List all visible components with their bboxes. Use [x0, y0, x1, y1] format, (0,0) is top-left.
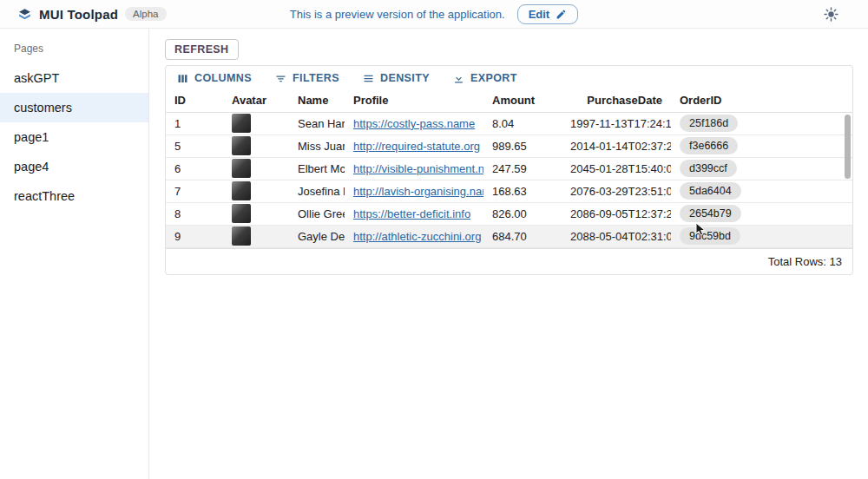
profile-link[interactable]: https://better-deficit.info: [353, 207, 470, 220]
density-button[interactable]: DENSITY: [358, 70, 433, 87]
cell-id: 9: [166, 230, 223, 243]
table-row[interactable]: 9 Gayle Den… http://athletic-zucchini.or…: [166, 226, 852, 248]
profile-link[interactable]: http://athletic-zucchini.org: [353, 230, 481, 243]
table-row[interactable]: 1 Sean Harris https://costly-pass.name 8…: [166, 113, 852, 135]
avatar: [232, 114, 251, 133]
cell-id: 1: [166, 117, 223, 130]
cell-name: Elbert McL…: [289, 162, 345, 175]
cell-id: 5: [166, 140, 223, 153]
app-bar-left: MUI Toolpad Alpha: [17, 7, 260, 22]
avatar: [232, 159, 251, 178]
orderid-chip[interactable]: 25f186d: [680, 115, 738, 132]
cell-avatar: [223, 114, 289, 133]
app-bar: MUI Toolpad Alpha This is a preview vers…: [0, 0, 868, 29]
edit-button[interactable]: Edit: [517, 4, 579, 24]
toolpad-logo-icon: [17, 7, 32, 22]
sidebar-item-page1[interactable]: page1: [0, 122, 148, 152]
avatar: [232, 204, 251, 223]
grid-rows: 1 Sean Harris https://costly-pass.name 8…: [166, 113, 852, 248]
sidebar-item-label: askGPT: [14, 71, 59, 85]
avatar: [232, 226, 251, 246]
orderid-chip[interactable]: 9dc59bd: [680, 227, 740, 245]
orderid-chip[interactable]: f3e6666: [680, 137, 738, 154]
cell-amount: 684.70: [483, 230, 562, 243]
export-button[interactable]: EXPORT: [449, 70, 521, 87]
cell-purchasedate: 2088-05-04T02:31:03.294Z: [562, 230, 671, 243]
theme-toggle-button[interactable]: [824, 7, 838, 22]
avatar: [232, 181, 251, 200]
total-rows-label: Total Rows: 13: [768, 255, 842, 268]
orderid-chip[interactable]: 2654b79: [680, 205, 741, 222]
alpha-badge: Alpha: [125, 7, 166, 21]
grid-footer: Total Rows: 13: [166, 248, 852, 274]
orderid-chip[interactable]: 5da6404: [680, 182, 741, 200]
column-header-orderid[interactable]: OrderID: [671, 94, 852, 107]
app-bar-center: This is a preview version of the applica…: [260, 4, 608, 24]
profile-link[interactable]: https://costly-pass.name: [353, 117, 475, 130]
cell-name: Miss Juan …: [289, 140, 345, 153]
grid-header-row: ID Avatar Name Profile Amount PurchaseDa…: [166, 89, 852, 113]
cell-purchasedate: 2045-01-28T15:40:06.325Z: [562, 162, 671, 175]
cell-purchasedate: 1997-11-13T17:24:11.769Z: [562, 117, 671, 130]
cell-amount: 168.63: [483, 185, 562, 198]
cell-id: 8: [166, 207, 223, 220]
cell-name: Josefina P…: [289, 185, 345, 198]
sidebar-item-label: customers: [14, 101, 72, 115]
sidebar-item-label: page4: [14, 160, 49, 174]
cell-purchasedate: 2014-01-14T02:37:28.536Z: [562, 140, 671, 153]
cell-purchasedate: 2076-03-29T23:51:07.968Z: [562, 185, 671, 198]
sidebar-item-askGPT[interactable]: askGPT: [0, 63, 148, 93]
app-title: MUI Toolpad: [39, 7, 118, 22]
density-button-label: DENSITY: [380, 72, 430, 84]
download-icon: [452, 72, 465, 85]
table-row[interactable]: 8 Ollie Green… https://better-deficit.in…: [166, 203, 852, 226]
export-button-label: EXPORT: [470, 72, 517, 84]
cell-amount: 989.65: [483, 140, 562, 153]
sidebar-item-customers[interactable]: customers: [0, 93, 148, 122]
sidebar-item-page4[interactable]: page4: [0, 152, 148, 181]
cell-id: 6: [166, 162, 223, 175]
cell-amount: 8.04: [483, 117, 562, 130]
profile-link[interactable]: http://required-statute.org: [353, 140, 480, 153]
profile-link[interactable]: http://visible-punishment.net: [353, 162, 483, 175]
sun-icon: [824, 7, 838, 22]
columns-button-label: COLUMNS: [194, 72, 252, 84]
grid-toolbar: COLUMNS FILTERS DENSITY: [166, 66, 852, 89]
sidebar-item-label: page1: [14, 130, 49, 144]
table-row[interactable]: 6 Elbert McL… http://visible-punishment.…: [166, 158, 852, 180]
table-row[interactable]: 7 Josefina P… http://lavish-organising.n…: [166, 180, 852, 203]
column-header-amount[interactable]: Amount: [483, 94, 562, 107]
vertical-scrollbar-thumb[interactable]: [845, 115, 851, 179]
sidebar-section-label: Pages: [0, 36, 148, 63]
column-header-id[interactable]: ID: [166, 94, 223, 107]
view-columns-icon: [176, 72, 189, 85]
cell-avatar: [223, 136, 289, 155]
density-icon: [362, 72, 375, 85]
sidebar-item-reactThree[interactable]: reactThree: [0, 181, 148, 211]
filter-list-icon: [274, 72, 287, 85]
column-header-name[interactable]: Name: [289, 94, 345, 107]
cell-amount: 826.00: [483, 207, 562, 220]
data-grid: COLUMNS FILTERS DENSITY: [165, 65, 853, 275]
cell-name: Gayle Den…: [289, 230, 345, 243]
column-header-profile[interactable]: Profile: [345, 94, 483, 107]
column-header-avatar[interactable]: Avatar: [223, 94, 289, 107]
column-header-purchasedate[interactable]: PurchaseDate: [562, 94, 671, 107]
columns-button[interactable]: COLUMNS: [173, 70, 255, 87]
filters-button[interactable]: FILTERS: [271, 70, 343, 87]
main-content: REFRESH COLUMNS FILTERS: [149, 29, 868, 479]
grid-viewport: 1 Sean Harris https://costly-pass.name 8…: [166, 113, 852, 249]
table-row[interactable]: 5 Miss Juan … http://required-statute.or…: [166, 135, 852, 158]
cell-amount: 247.59: [483, 162, 562, 175]
orderid-chip[interactable]: d399ccf: [680, 160, 737, 177]
cell-avatar: [223, 204, 289, 223]
preview-banner-text: This is a preview version of the applica…: [290, 8, 505, 21]
edit-button-label: Edit: [529, 8, 550, 21]
pencil-icon: [556, 9, 567, 20]
cell-avatar: [223, 181, 289, 200]
profile-link[interactable]: http://lavish-organising.name: [353, 185, 483, 198]
sidebar-item-label: reactThree: [14, 189, 75, 203]
cell-id: 7: [166, 185, 223, 198]
refresh-button[interactable]: REFRESH: [165, 39, 239, 60]
cell-name: Sean Harris: [289, 117, 345, 130]
